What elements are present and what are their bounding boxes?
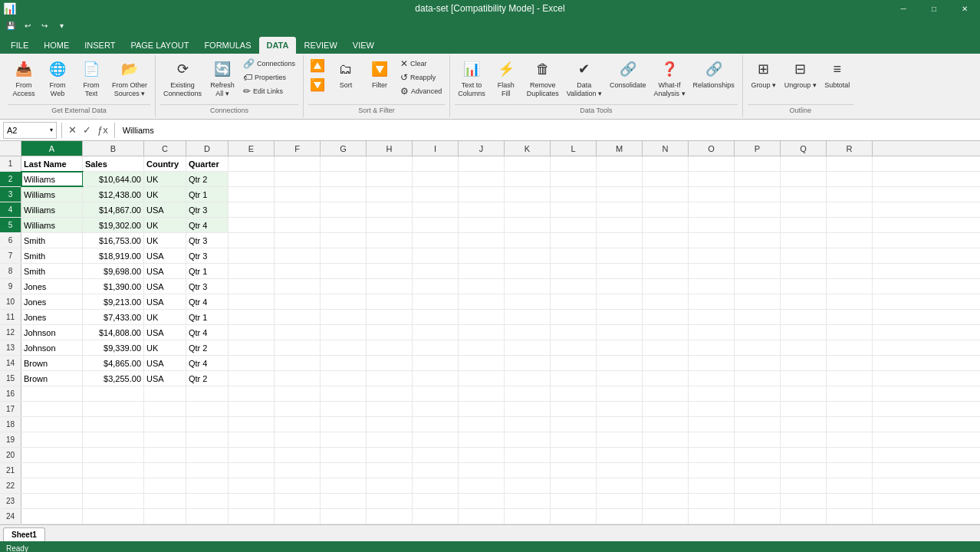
cell-16-12[interactable] — [597, 386, 643, 401]
cell-14-8[interactable] — [413, 356, 459, 370]
cell-5-10[interactable] — [505, 218, 551, 232]
cell-5-15[interactable] — [735, 218, 781, 232]
cell-8-11[interactable] — [551, 264, 597, 278]
edit-links-button[interactable]: ✏ Edit Links — [240, 84, 298, 98]
cell-6-6[interactable] — [321, 233, 367, 248]
cell-22-6[interactable] — [321, 478, 367, 493]
cell-7-1[interactable]: $18,919.00 — [83, 248, 144, 263]
cell-3-9[interactable] — [459, 187, 505, 202]
cell-17-17[interactable] — [827, 402, 873, 416]
tab-review[interactable]: REVIEW — [296, 37, 344, 54]
cell-6-2[interactable]: UK — [144, 233, 186, 248]
cell-18-15[interactable] — [735, 417, 781, 432]
cell-4-0[interactable]: Williams — [21, 202, 83, 217]
undo-quick-button[interactable]: ↩ — [20, 18, 35, 32]
cell-7-3[interactable]: Qtr 3 — [186, 248, 229, 263]
row-number-11[interactable]: 11 — [0, 310, 21, 324]
cell-22-7[interactable] — [367, 478, 413, 493]
col-header-q[interactable]: Q — [781, 141, 827, 156]
cell-11-9[interactable] — [459, 310, 505, 324]
cell-24-4[interactable] — [229, 509, 275, 524]
cell-6-14[interactable] — [689, 233, 735, 248]
cell-1-5[interactable] — [275, 156, 321, 171]
cell-11-6[interactable] — [321, 310, 367, 324]
cell-8-7[interactable] — [367, 264, 413, 278]
cell-24-12[interactable] — [597, 509, 643, 524]
row-number-24[interactable]: 24 — [0, 509, 21, 524]
row-number-8[interactable]: 8 — [0, 264, 21, 278]
cell-8-0[interactable]: Smith — [21, 264, 83, 278]
cell-19-0[interactable] — [21, 432, 83, 447]
cell-20-1[interactable] — [83, 448, 144, 462]
col-header-c[interactable]: C — [144, 141, 186, 156]
col-header-a[interactable]: A — [21, 141, 83, 156]
cell-16-13[interactable] — [643, 386, 689, 401]
cell-20-15[interactable] — [735, 448, 781, 462]
flash-fill-button[interactable]: ⚡ FlashFill — [490, 57, 522, 101]
cell-20-11[interactable] — [551, 448, 597, 462]
cell-21-2[interactable] — [144, 463, 186, 478]
cell-13-6[interactable] — [321, 340, 367, 355]
cell-9-11[interactable] — [551, 279, 597, 294]
save-quick-button[interactable]: 💾 — [3, 18, 18, 32]
cell-11-5[interactable] — [275, 310, 321, 324]
cell-11-7[interactable] — [367, 310, 413, 324]
row-number-14[interactable]: 14 — [0, 356, 21, 370]
cell-23-8[interactable] — [413, 494, 459, 508]
sheet-tab-sheet1[interactable]: Sheet1 — [3, 527, 45, 541]
cell-12-17[interactable] — [827, 325, 873, 340]
col-header-i[interactable]: I — [413, 141, 459, 156]
cell-2-1[interactable]: $10,644.00 — [83, 172, 144, 186]
row-number-6[interactable]: 6 — [0, 233, 21, 248]
cell-11-15[interactable] — [735, 310, 781, 324]
cell-24-2[interactable] — [144, 509, 186, 524]
cell-1-17[interactable] — [827, 156, 873, 171]
cell-2-3[interactable]: Qtr 2 — [186, 172, 229, 186]
cell-16-0[interactable] — [21, 386, 83, 401]
cell-10-9[interactable] — [459, 294, 505, 309]
minimize-button[interactable]: ─ — [888, 0, 919, 17]
cell-10-15[interactable] — [735, 294, 781, 309]
cell-23-17[interactable] — [827, 494, 873, 508]
cell-10-3[interactable]: Qtr 4 — [186, 294, 229, 309]
cell-23-11[interactable] — [551, 494, 597, 508]
cell-6-3[interactable]: Qtr 3 — [186, 233, 229, 248]
cell-7-17[interactable] — [827, 248, 873, 263]
cell-11-1[interactable]: $7,433.00 — [83, 310, 144, 324]
cell-14-4[interactable] — [229, 356, 275, 370]
cell-6-10[interactable] — [505, 233, 551, 248]
tab-view[interactable]: VIEW — [345, 37, 382, 54]
cell-1-2[interactable]: Country — [144, 156, 186, 171]
cell-14-9[interactable] — [459, 356, 505, 370]
cell-19-6[interactable] — [321, 432, 367, 447]
cell-3-12[interactable] — [597, 187, 643, 202]
row-number-20[interactable]: 20 — [0, 448, 21, 462]
cell-18-5[interactable] — [275, 417, 321, 432]
cell-15-12[interactable] — [597, 371, 643, 386]
cell-7-6[interactable] — [321, 248, 367, 263]
cell-17-15[interactable] — [735, 402, 781, 416]
cell-3-5[interactable] — [275, 187, 321, 202]
cell-1-15[interactable] — [735, 156, 781, 171]
cell-15-9[interactable] — [459, 371, 505, 386]
cell-1-0[interactable]: Last Name — [21, 156, 83, 171]
cell-12-14[interactable] — [689, 325, 735, 340]
cell-20-6[interactable] — [321, 448, 367, 462]
accept-formula-button[interactable]: ✓ — [81, 123, 93, 137]
cell-13-7[interactable] — [367, 340, 413, 355]
cell-5-6[interactable] — [321, 218, 367, 232]
cell-7-14[interactable] — [689, 248, 735, 263]
cell-2-17[interactable] — [827, 172, 873, 186]
cell-11-12[interactable] — [597, 310, 643, 324]
cell-13-4[interactable] — [229, 340, 275, 355]
cell-9-7[interactable] — [367, 279, 413, 294]
cell-7-0[interactable]: Smith — [21, 248, 83, 263]
cell-1-16[interactable] — [781, 156, 827, 171]
cell-8-2[interactable]: USA — [144, 264, 186, 278]
tab-home[interactable]: HOME — [36, 37, 77, 54]
cell-21-11[interactable] — [551, 463, 597, 478]
cell-13-16[interactable] — [781, 340, 827, 355]
cell-8-3[interactable]: Qtr 1 — [186, 264, 229, 278]
cell-2-7[interactable] — [367, 172, 413, 186]
formula-input[interactable] — [120, 122, 977, 139]
